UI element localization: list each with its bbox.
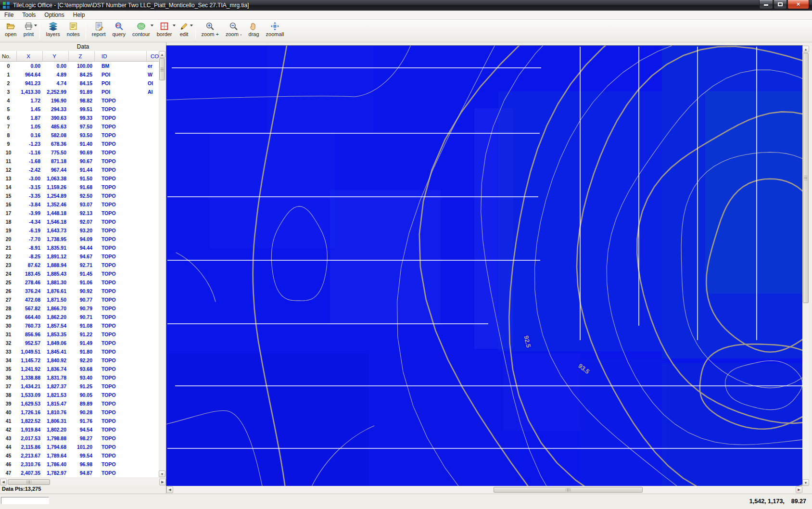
table-hscroll-thumb[interactable] bbox=[8, 479, 50, 485]
table-row-14[interactable]: 14-3.151,159.2691.68TOPO bbox=[0, 183, 159, 191]
table-row-47[interactable]: 472,407.351,782.9794.87TOPO bbox=[0, 469, 159, 477]
table-row-5[interactable]: 51.45294.3399.51TOPO bbox=[0, 105, 159, 114]
table-row-33[interactable]: 331,049.511,845.4191.80TOPO bbox=[0, 347, 159, 356]
table-row-18[interactable]: 18-4.341,546.1892.07TOPO bbox=[0, 217, 159, 226]
table-row-20[interactable]: 20-7.701,738.9594.09TOPO bbox=[0, 235, 159, 243]
table-row-15[interactable]: 15-3.351,254.8992.50TOPO bbox=[0, 191, 159, 200]
table-row-11[interactable]: 11-1.68871.1890.67TOPO bbox=[0, 157, 159, 165]
table-row-41[interactable]: 411,822.521,806.3191.76TOPO bbox=[0, 417, 159, 425]
menu-tools[interactable]: Tools bbox=[18, 11, 40, 19]
toolbar-contour-button[interactable]: contour bbox=[129, 20, 153, 42]
table-horizontal-scrollbar[interactable]: ◀ ▶ bbox=[0, 478, 166, 486]
scroll-down-button[interactable]: ▼ bbox=[159, 471, 165, 477]
column-header-co[interactable]: CO bbox=[147, 51, 159, 62]
table-row-13[interactable]: 13-3.001,063.3891.50TOPO bbox=[0, 174, 159, 183]
menu-options[interactable]: Options bbox=[40, 11, 68, 19]
table-row-37[interactable]: 371,434.211,827.3791.25TOPO bbox=[0, 382, 159, 391]
toolbar-edit-button[interactable]: edit bbox=[176, 20, 193, 42]
maximize-button[interactable] bbox=[774, 0, 787, 9]
table-row-26[interactable]: 26376.241,876.6190.92TOPO bbox=[0, 287, 159, 295]
table-row-21[interactable]: 21-8.911,835.9194.44TOPO bbox=[0, 243, 159, 252]
table-cell: 1,836.74 bbox=[43, 365, 69, 373]
table-row-35[interactable]: 351,241.921,836.7493.68TOPO bbox=[0, 365, 159, 373]
table-vertical-scrollbar[interactable]: ▲ ▼ bbox=[159, 51, 165, 477]
scroll-left-button[interactable]: ◀ bbox=[0, 479, 7, 485]
scroll-right-button[interactable]: ▶ bbox=[159, 479, 166, 485]
toolbar-query-button[interactable]: PTquery bbox=[109, 20, 129, 42]
table-row-44[interactable]: 442,115.861,794.68101.20TOPO bbox=[0, 443, 159, 451]
table-row-1[interactable]: 1964.644.8984.25POIW bbox=[0, 70, 159, 79]
table-row-10[interactable]: 10-1.16775.5090.69TOPO bbox=[0, 148, 159, 157]
table-row-6[interactable]: 61.87390.6399.33TOPO bbox=[0, 114, 159, 122]
column-header-x[interactable]: X bbox=[17, 51, 43, 62]
table-vscroll-thumb[interactable] bbox=[159, 58, 165, 80]
table-row-29[interactable]: 29664.401,862.2090.71TOPO bbox=[0, 313, 159, 321]
table-row-28[interactable]: 28567.821,866.7090.79TOPO bbox=[0, 304, 159, 313]
table-row-38[interactable]: 381,533.091,821.5390.05TOPO bbox=[0, 391, 159, 399]
toolbar-open-button[interactable]: open bbox=[1, 20, 20, 42]
toolbar-drag-button[interactable]: drag bbox=[245, 20, 263, 42]
table-cell: OI bbox=[147, 79, 159, 88]
table-row-7[interactable]: 71.05485.6397.50TOPO bbox=[0, 122, 159, 131]
table-row-19[interactable]: 19-6.191,643.7393.20TOPO bbox=[0, 226, 159, 235]
menu-help[interactable]: Help bbox=[69, 11, 89, 19]
table-row-42[interactable]: 421,919.841,802.2094.54TOPO bbox=[0, 425, 159, 434]
table-row-24[interactable]: 24183.451,885.4391.45TOPO bbox=[0, 269, 159, 278]
map-horizontal-scrollbar[interactable]: ◀ ▶ bbox=[166, 486, 802, 494]
scroll-down-button[interactable]: ▼ bbox=[802, 479, 809, 486]
column-header-id[interactable]: ID bbox=[95, 51, 147, 62]
table-cell: TOPO bbox=[95, 391, 147, 399]
table-cell bbox=[147, 131, 159, 140]
table-row-16[interactable]: 16-3.841,352.4693.07TOPO bbox=[0, 200, 159, 209]
map-vertical-scrollbar[interactable]: ▲ ▼ bbox=[802, 46, 809, 486]
table-row-31[interactable]: 31856.961,853.3591.22TOPO bbox=[0, 330, 159, 339]
scroll-left-button[interactable]: ◀ bbox=[166, 486, 173, 493]
column-header-y[interactable]: Y bbox=[43, 51, 69, 62]
scroll-up-button[interactable]: ▲ bbox=[802, 46, 809, 52]
table-cell: 967.44 bbox=[43, 165, 69, 174]
toolbar-report-button[interactable]: report bbox=[89, 20, 109, 42]
table-row-39[interactable]: 391,629.531,815.4789.89TOPO bbox=[0, 399, 159, 408]
table-row-30[interactable]: 30760.731,857.5491.08TOPO bbox=[0, 321, 159, 330]
toolbar-zoomall-button[interactable]: zoomall bbox=[263, 20, 288, 42]
table-row-12[interactable]: 12-2.42967.4491.44TOPO bbox=[0, 165, 159, 174]
scroll-right-button[interactable]: ▶ bbox=[796, 486, 802, 493]
table-row-23[interactable]: 2387.621,888.9492.71TOPO bbox=[0, 261, 159, 269]
toolbar-print-button[interactable]: print bbox=[20, 20, 37, 42]
table-row-46[interactable]: 462,310.761,786.4096.98TOPO bbox=[0, 460, 159, 469]
table-row-0[interactable]: 00.000.00100.00BMer bbox=[0, 62, 159, 70]
table-row-27[interactable]: 27472.081,871.5090.77TOPO bbox=[0, 295, 159, 304]
column-header-no[interactable]: No. bbox=[0, 51, 17, 62]
data-panel-title: Data bbox=[0, 42, 166, 51]
table-cell: 29 bbox=[0, 313, 17, 321]
table-cell: 47 bbox=[0, 469, 17, 477]
table-row-36[interactable]: 361,338.881,831.7893.40TOPO bbox=[0, 373, 159, 382]
table-row-43[interactable]: 432,017.531,798.8898.27TOPO bbox=[0, 434, 159, 443]
table-row-45[interactable]: 452,213.671,789.6499.54TOPO bbox=[0, 451, 159, 460]
column-header-z[interactable]: Z bbox=[69, 51, 95, 62]
table-row-17[interactable]: 17-3.991,448.1892.13TOPO bbox=[0, 209, 159, 217]
table-row-9[interactable]: 9-1.23678.3691.40TOPO bbox=[0, 140, 159, 148]
scroll-up-button[interactable]: ▲ bbox=[159, 51, 165, 58]
map-hscroll-thumb[interactable] bbox=[494, 487, 643, 493]
table-row-25[interactable]: 25278.461,881.3091.06TOPO bbox=[0, 278, 159, 287]
minimize-button[interactable] bbox=[759, 0, 773, 9]
toolbar-zoomin-button[interactable]: zoom + bbox=[198, 20, 222, 42]
close-button[interactable]: × bbox=[787, 0, 809, 9]
table-row-40[interactable]: 401,726.161,810.7690.28TOPO bbox=[0, 408, 159, 417]
table-row-22[interactable]: 22-8.251,891.1294.67TOPO bbox=[0, 252, 159, 261]
table-row-4[interactable]: 41.72196.9098.82TOPO bbox=[0, 96, 159, 105]
table-cell: TOPO bbox=[95, 235, 147, 243]
table-row-2[interactable]: 2941.234.7484.15POIOI bbox=[0, 79, 159, 88]
topo-map-canvas[interactable]: 92.5 93.5 bbox=[166, 46, 802, 486]
toolbar-layers-button[interactable]: layers bbox=[42, 20, 63, 42]
toolbar-zoomout-button[interactable]: zoom - bbox=[222, 20, 245, 42]
toolbar-border-button[interactable]: border bbox=[153, 20, 176, 42]
table-row-34[interactable]: 341,145.721,840.9292.20TOPO bbox=[0, 356, 159, 365]
toolbar-notes-button[interactable]: notes bbox=[63, 20, 83, 42]
table-row-32[interactable]: 32952.571,849.0691.49TOPO bbox=[0, 339, 159, 347]
table-row-3[interactable]: 31,413.302,252.9991.89POIAI bbox=[0, 88, 159, 96]
table-row-8[interactable]: 80.16582.0893.50TOPO bbox=[0, 131, 159, 140]
map-vscroll-thumb[interactable] bbox=[803, 53, 809, 303]
menu-file[interactable]: File bbox=[0, 11, 18, 19]
